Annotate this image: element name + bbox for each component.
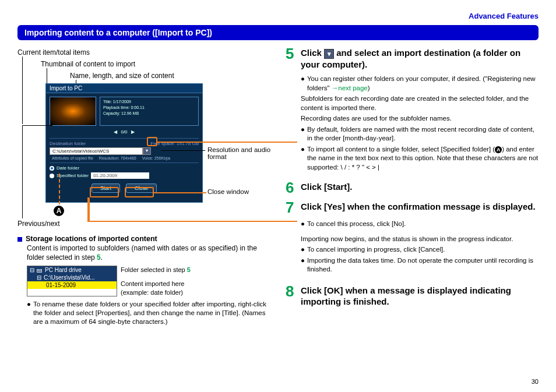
step5-bullet3: ● To import all content to a single fold…	[301, 145, 539, 172]
bullet-icon: ●	[301, 220, 305, 229]
tree-root-label: PC Hard drive	[45, 267, 82, 273]
step-5-heading: Click ▾ and select an import destination…	[301, 47, 539, 70]
step5-text2: Recording dates are used for the subfold…	[301, 114, 539, 123]
dest-path-input[interactable]: C:\Users\vista\Videos\WCS	[50, 147, 143, 155]
leader-marker-a	[59, 174, 60, 204]
leader-step5	[157, 142, 297, 143]
minus-icon: ⊟	[30, 267, 34, 273]
bullet-icon: ●	[301, 145, 305, 172]
step5-b1-end: )	[368, 84, 370, 91]
leader-step6-v	[87, 197, 90, 221]
bullet-icon: ●	[301, 245, 305, 255]
nav-prev-icon[interactable]: ◀	[114, 129, 117, 135]
callout-resolution: Resolution and audio format	[207, 146, 272, 160]
content-imported-label: Content imported here (example: date fol…	[121, 280, 191, 296]
attr-label: Attributes of copied file	[52, 156, 93, 160]
step5-h-b: and select an import destination (a fold…	[301, 48, 520, 69]
bullet-icon: ●	[301, 256, 305, 274]
storage-heading: Storage locations of imported content	[17, 235, 274, 243]
step7-b3-text: Importing the data takes time. Do not op…	[307, 256, 539, 274]
bullet-icon: ●	[27, 300, 31, 326]
folder-tree: ⊟ 🖴 PC Hard drive ⊟ C:\Users\vista\Vid..…	[27, 266, 117, 296]
tree-root: ⊟ 🖴 PC Hard drive	[27, 266, 117, 274]
left-column: Current item/total items Thumbnail of co…	[17, 46, 274, 326]
next-page-link[interactable]: →next page	[332, 84, 368, 91]
rename-note-text: To rename these date folders or your spe…	[33, 300, 274, 326]
storage-step-ref: 5	[97, 253, 101, 262]
dropdown-icon: ▾	[324, 49, 334, 59]
step-8: 8 Click [OK] when a message is displayed…	[286, 284, 539, 308]
content-thumbnail	[50, 97, 96, 126]
header-section-link[interactable]: Advanced Features	[17, 12, 539, 20]
marker-a-icon: A	[54, 206, 64, 216]
radio-spec-label: Specified folder	[57, 173, 89, 178]
info-playback: Playback time: 0:00.11	[103, 105, 195, 111]
storage-body: Content is imported to subfolders (named…	[27, 244, 274, 262]
storage-text-a: Content is imported to subfolders (named…	[27, 244, 257, 262]
step-7: 7 Click [Yes] when the confirmation mess…	[286, 200, 539, 215]
leader-step6-h	[87, 221, 297, 222]
step7-b1-text: To cancel this process, click [No].	[307, 220, 406, 229]
step7-bullet3: ● Importing the data takes time. Do not …	[301, 256, 539, 274]
step5-b3-text-a: To import all content to a single folder…	[307, 146, 495, 153]
window-titlebar: Import to PC	[46, 84, 202, 93]
rename-note: ● To rename these date folders or your s…	[27, 300, 274, 326]
callout-current-items: Current item/total items	[17, 48, 90, 56]
dest-folder-label: Destination folder	[50, 141, 86, 146]
step-6-heading: Click [Start].	[301, 181, 539, 193]
highlight-start	[90, 187, 119, 197]
folder-selected-label: Folder selected in step 5	[121, 266, 191, 274]
step-8-number: 8	[286, 284, 301, 308]
step-6: 6 Click [Start].	[286, 180, 539, 195]
leader-close	[154, 192, 206, 193]
step7-b2-text: To cancel importing in progress, click […	[307, 245, 445, 255]
page-title-bar: Importing content to a computer ([Import…	[17, 25, 539, 40]
bullet-icon: ●	[301, 75, 305, 93]
tree-date-label: 01-15-2009	[46, 282, 76, 288]
highlight-close	[125, 187, 154, 197]
step5-h-a: Click	[301, 48, 324, 58]
step5-bullet1: ● You can register other folders on your…	[301, 75, 539, 93]
content-example-text: (example: date folder)	[121, 288, 191, 296]
minus-icon: ⊟	[37, 274, 41, 281]
nav-counter: 0/0	[121, 129, 127, 135]
folder-sel-step: 5	[187, 266, 191, 273]
folder-sel-text: Folder selected in step	[121, 266, 187, 273]
step5-b2-text: By default, folders are named with the m…	[307, 125, 539, 143]
step-5-number: 5	[286, 46, 301, 70]
tree-path: ⊟ C:\Users\vista\Vid...	[27, 274, 117, 281]
callout-prev-next: Previous/next	[17, 220, 60, 228]
step-7-number: 7	[286, 200, 301, 215]
storage-text-b: .	[101, 253, 103, 262]
content-info-box: Title: 1/17/2009 Playback time: 0:00.11 …	[100, 97, 199, 126]
attr-resolution: Resolution: 704x480	[99, 156, 136, 160]
step5-bullet2: ● By default, folders are named with the…	[301, 125, 539, 143]
radio-specified-folder[interactable]	[50, 174, 54, 178]
step-8-heading: Click [OK] when a message is displayed i…	[301, 285, 539, 308]
bullet-icon: ●	[301, 125, 305, 143]
info-capacity: Capacity: 12.96 MB	[103, 111, 195, 116]
callout-close-window: Close window	[207, 188, 249, 195]
marker-a-inline-icon: A	[495, 146, 502, 153]
tree-date-folder: 01-15-2009	[27, 281, 117, 289]
step-6-number: 6	[286, 180, 301, 195]
step5-text1: Subfolders for each recording date are c…	[301, 94, 539, 112]
info-title: Title: 1/17/2009	[103, 99, 195, 105]
step7-bullet1: ● To cancel this process, click [No].	[301, 220, 539, 229]
step-7-heading: Click [Yes] when the confirmation messag…	[301, 201, 539, 213]
step7-text1: Importing now begins, and the status is …	[301, 235, 539, 244]
drive-icon: 🖴	[37, 267, 43, 273]
step7-bullet2: ● To cancel importing in progress, click…	[301, 245, 539, 255]
right-column: 5 Click ▾ and select an import destinati…	[286, 46, 539, 326]
tree-path-label: C:\Users\vista\Vid...	[44, 274, 95, 281]
content-here-text: Content imported here	[121, 280, 191, 288]
import-window: Import to PC Title: 1/17/2009 Playback t…	[45, 83, 203, 203]
specified-folder-input[interactable]: 01-20-2009	[91, 172, 149, 179]
dest-dropdown-icon[interactable]: ▾	[143, 147, 151, 155]
radio-date-folder[interactable]	[50, 166, 54, 171]
page-number: 30	[532, 378, 539, 385]
step-5: 5 Click ▾ and select an import destinati…	[286, 46, 539, 70]
nav-next-icon[interactable]: ▶	[131, 129, 135, 135]
radio-date-label: Date folder	[57, 165, 79, 171]
attr-voice: Voice: 256Kbps	[142, 156, 171, 160]
